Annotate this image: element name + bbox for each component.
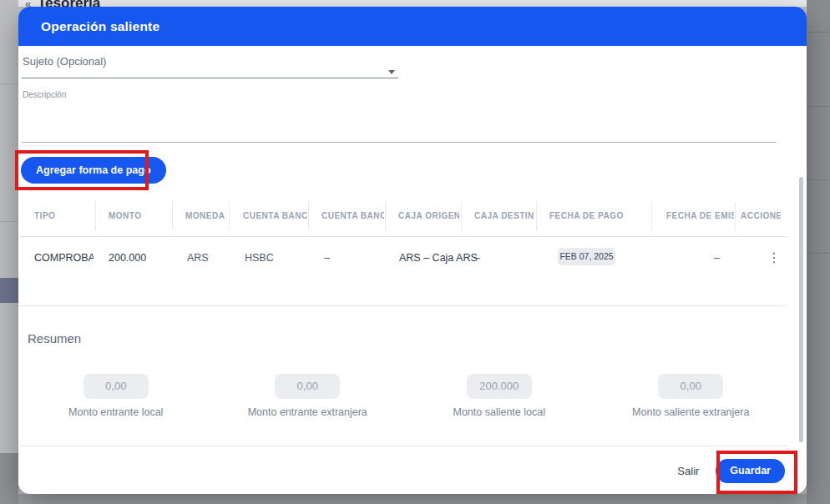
summary-label: Monto saliente local — [453, 406, 545, 418]
column-header-fecha-de-pago: FECHA DE PAGO — [549, 211, 633, 220]
column-header-cuenta-bancaria: CUENTA BANCARIA — [243, 211, 307, 220]
sidebar-collapse-icon: « — [25, 0, 31, 7]
background-page-header: « Tesorería — [18, 0, 807, 7]
annotation-rectangle-save — [716, 451, 797, 494]
column-separator — [308, 202, 309, 230]
cell-tipo: COMPROBANTE — [34, 252, 94, 264]
column-separator — [229, 202, 230, 230]
description-underline — [22, 142, 777, 143]
background-selected-row — [0, 278, 18, 303]
table-row-divider — [20, 305, 787, 306]
column-separator — [95, 202, 96, 230]
column-header-caja-destino: CAJA DESTINO — [474, 211, 534, 220]
cell-cuenta-bancaria-2: – — [324, 252, 384, 264]
modal-title: Operación saliente — [41, 19, 159, 34]
column-header-monto: MONTO — [109, 211, 170, 220]
summary-value: 0,00 — [84, 374, 149, 399]
column-header-fecha-de-emision: FECHA DE EMISIÓN — [666, 211, 734, 220]
column-header-caja-origen: CAJA ORIGEN — [398, 211, 459, 220]
modal-operacion-saliente: Operación saliente Sujeto (Opcional) Des… — [18, 7, 807, 494]
chevron-down-icon — [388, 70, 395, 74]
summary-item: 0,00 Monto entrante local — [20, 374, 212, 418]
summary-item: 0,00 Monto entrante extranjera — [212, 374, 404, 418]
background-bottom-strip — [18, 494, 807, 504]
cell-caja-origen: ARS – Caja ARS — [399, 252, 483, 264]
kebab-menu-icon[interactable]: ⋮ — [765, 247, 783, 269]
column-separator — [536, 202, 537, 230]
summary-value: 0,00 — [275, 374, 340, 399]
cell-moneda: ARS — [187, 252, 227, 264]
summary-label: Monto entrante local — [68, 406, 163, 418]
summary-title: Resumen — [28, 331, 81, 345]
column-header-acciones: ACCIONES — [741, 211, 781, 220]
summary-item: 0,00 Monto saliente extranjera — [595, 374, 787, 418]
background-page-title: Tesorería — [38, 0, 100, 7]
background-table-strip — [807, 0, 830, 504]
cell-monto: 200.000 — [109, 252, 170, 264]
summary-item: 200.000 Monto saliente local — [403, 374, 595, 418]
column-separator — [735, 202, 736, 230]
summary-grid: 0,00 Monto entrante local 0,00 Monto ent… — [20, 374, 787, 418]
description-label: Descripción — [23, 90, 66, 99]
modal-header: Operación saliente — [18, 7, 807, 46]
date-chip: FEB 07, 2025 — [558, 248, 615, 265]
column-separator — [461, 202, 462, 230]
column-header-cuenta-bancaria: CUENTA BANCARIA — [321, 211, 384, 220]
column-header-tipo: TIPO — [34, 211, 94, 220]
column-separator — [385, 202, 386, 230]
column-header-moneda: MONEDA — [185, 211, 227, 220]
modal-scrollbar[interactable] — [799, 177, 803, 442]
cell-fecha-de-emision: – — [714, 252, 739, 264]
column-separator — [172, 202, 173, 230]
table-header-divider — [20, 236, 787, 237]
summary-label: Monto saliente extranjera — [632, 406, 749, 418]
background-left-strip — [0, 0, 18, 504]
subject-underline — [22, 78, 398, 78]
subject-label: Sujeto (Opcional) — [23, 55, 106, 68]
footer-divider — [20, 446, 789, 446]
cell-caja-destino: – — [474, 252, 524, 264]
column-separator — [651, 202, 652, 230]
cell-cuenta-bancaria: HSBC — [245, 252, 307, 264]
summary-label: Monto entrante extranjera — [248, 406, 367, 418]
summary-value: 200.000 — [467, 374, 532, 399]
summary-value: 0,00 — [658, 374, 723, 399]
exit-button[interactable]: Salir — [677, 465, 699, 477]
annotation-rectangle-add-payment — [15, 150, 149, 190]
